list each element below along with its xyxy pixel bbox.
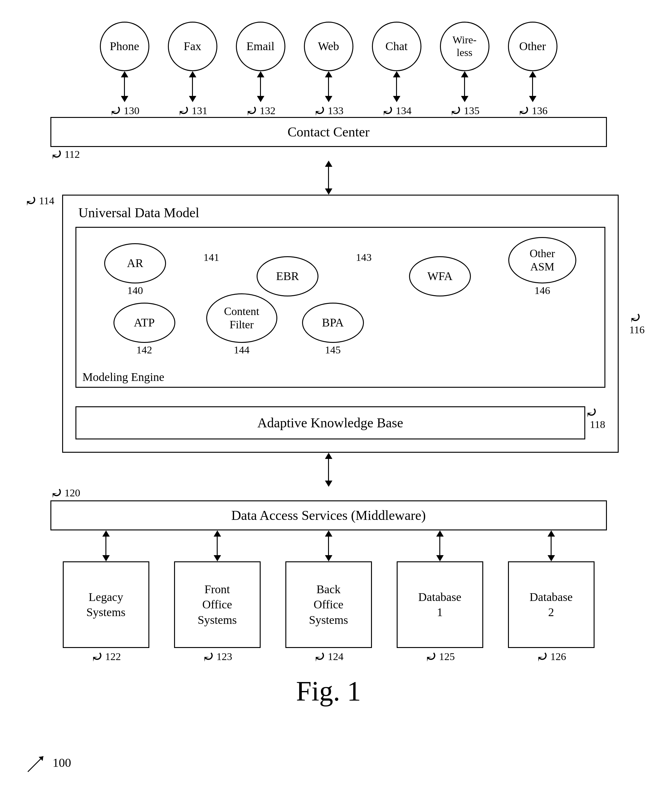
legacy-ref: 122	[105, 651, 121, 662]
akb-box: Adaptive Knowledge Base	[75, 406, 585, 439]
database1-ref: 125	[439, 651, 455, 662]
contact-center-ref: 112	[65, 148, 80, 160]
channel-phone: Phone	[100, 22, 149, 102]
modeling-engine-box: AR 140 141 EBR 143 WFA	[75, 227, 606, 388]
udm-ref-114: 114	[39, 195, 54, 207]
front-office-ref: 123	[216, 651, 232, 662]
udm-to-das-arrow	[325, 453, 332, 487]
email-arrow	[257, 71, 264, 102]
channel-email: Email	[236, 22, 285, 102]
database2-ref: 126	[550, 651, 566, 662]
legacy-systems-box: LegacySystems	[63, 561, 149, 648]
contact-center-label: Contact Center	[51, 118, 606, 146]
email-bubble: Email	[236, 22, 285, 71]
channel-fax: Fax	[168, 22, 217, 102]
web-bubble: Web	[304, 22, 353, 71]
cc-to-udm-arrow	[325, 161, 332, 195]
wfa-bubble: WFA	[409, 256, 471, 297]
channel-chat: Chat	[372, 22, 421, 102]
das-ref: 120	[65, 487, 80, 499]
email-ref: ⤾ 132	[236, 105, 285, 117]
channel-other: Other	[508, 22, 557, 102]
chat-ref: ⤾ 134	[372, 105, 421, 117]
back-office-item: BackOfficeSystems ⤾ 124	[285, 561, 372, 663]
fig-label: Fig. 1	[12, 675, 645, 707]
contact-center-box: Contact Center	[50, 117, 607, 147]
legacy-systems-item: LegacySystems ⤾ 122	[63, 561, 149, 663]
wireless-ref: ⤾ 135	[440, 105, 489, 117]
bpa-bubble: BPA	[302, 303, 364, 343]
front-office-item: FrontOfficeSystems ⤾ 123	[174, 561, 261, 663]
udm-outer-box: Universal Data Model AR 140 141 EBR	[62, 195, 619, 453]
atp-bubble: ATP	[114, 303, 175, 343]
fax-bubble: Fax	[168, 22, 217, 71]
wireless-bubble: Wire-less	[440, 22, 489, 71]
das-box: Data Access Services (Middleware)	[50, 500, 607, 530]
chat-arrow	[393, 71, 400, 102]
web-ref: ⤾ 133	[304, 105, 353, 117]
corner-arrow-icon	[25, 750, 50, 775]
udm-title: Universal Data Model	[79, 205, 606, 221]
fax-ref: ⤾ 131	[168, 105, 217, 117]
das-db2-arrow	[508, 530, 595, 561]
systems-row: LegacySystems ⤾ 122 FrontOfficeSystems ⤾…	[12, 561, 645, 663]
das-db1-arrow	[397, 530, 483, 561]
udm-ref-116: 116	[629, 324, 645, 336]
back-office-ref: 124	[328, 651, 344, 662]
database1-item: Database1 ⤾ 125	[397, 561, 483, 663]
other-bubble: Other	[508, 22, 557, 71]
das-label: Data Access Services (Middleware)	[51, 501, 606, 529]
ar-bubble: AR	[104, 243, 166, 283]
channel-wireless: Wire-less	[440, 22, 489, 102]
front-office-box: FrontOfficeSystems	[174, 561, 261, 648]
database2-item: Database2 ⤾ 126	[508, 561, 595, 663]
fax-arrow	[189, 71, 196, 102]
das-back-arrow	[285, 530, 372, 561]
chat-bubble: Chat	[372, 22, 421, 71]
database1-box: Database1	[397, 561, 483, 648]
wireless-arrow	[461, 71, 469, 102]
modeling-engine-label: Modeling Engine	[83, 370, 165, 384]
corner-ref-100: 100	[25, 750, 71, 775]
phone-arrow	[121, 71, 128, 102]
ref-143: 143	[356, 251, 372, 263]
ref-141: 141	[204, 251, 219, 263]
other-arrow	[529, 71, 536, 102]
phone-bubble: Phone	[100, 22, 149, 71]
phone-ref: ⤾ 130	[100, 105, 149, 117]
back-office-box: BackOfficeSystems	[285, 561, 372, 648]
content-filter-bubble: ContentFilter	[206, 294, 277, 343]
channels-row: Phone Fax Email	[12, 22, 645, 102]
akb-label: Adaptive Knowledge Base	[86, 415, 575, 431]
channel-web: Web	[304, 22, 353, 102]
das-front-arrow	[174, 530, 261, 561]
web-arrow	[325, 71, 332, 102]
database2-box: Database2	[508, 561, 595, 648]
diagram-container: Phone Fax Email	[0, 0, 657, 812]
other-ref: ⤾ 136	[508, 105, 557, 117]
other-asm-bubble: OtherASM	[508, 237, 576, 283]
ebr-bubble: EBR	[257, 256, 318, 297]
das-legacy-arrow	[63, 530, 149, 561]
